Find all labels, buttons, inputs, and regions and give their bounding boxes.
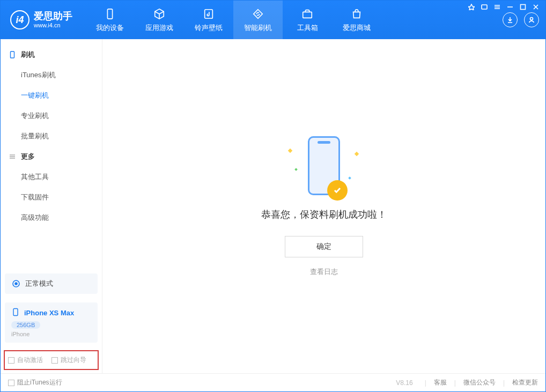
svg-rect-6 [11,51,14,58]
tab-my-device-label: 我的设备 [96,23,124,33]
window-system-buttons [468,3,540,11]
footer-links: V8.16 | 客服 | 微信公众号 | 检查更新 [396,378,538,387]
app-url: www.i4.cn [34,22,72,28]
tab-apps-games[interactable]: 应用游戏 [135,1,184,39]
minimize-icon[interactable] [506,3,514,11]
sidebar-item-batch-flash[interactable]: 批量刷机 [1,126,102,146]
tab-apps-games-label: 应用游戏 [145,23,173,33]
user-button[interactable] [524,12,539,27]
checkbox-skip-guide[interactable]: 跳过向导 [51,356,86,365]
logo-icon: i4 [10,10,29,29]
ok-button[interactable]: 确定 [285,236,363,257]
svg-point-8 [15,283,17,285]
feedback-icon[interactable] [468,3,475,11]
device-card[interactable]: iPhone XS Max 256GB iPhone [5,302,98,343]
mode-label: 正常模式 [25,279,53,289]
svg-point-5 [530,18,533,20]
sidebar-item-oneclick-flash[interactable]: 一键刷机 [1,85,102,106]
main-panel: 恭喜您，保资料刷机成功啦！ 确定 查看日志 [102,39,545,373]
svg-rect-9 [13,309,18,316]
sidebar-section-flash-label: 刷机 [21,50,35,60]
svg-rect-3 [205,10,213,19]
skin-icon[interactable] [481,3,488,11]
cube-icon [152,7,166,21]
svg-rect-2 [107,9,112,19]
svg-rect-0 [482,5,487,9]
app-logo: i4 爱思助手 www.i4.cn [10,10,72,29]
tab-my-device[interactable]: 我的设备 [85,1,135,39]
refresh-icon [251,7,265,21]
device-name: iPhone XS Max [24,309,74,317]
body: 刷机 iTunes刷机 一键刷机 专业刷机 批量刷机 更多 其他工具 下载固件 … [1,39,545,373]
footer: 阻止iTunes运行 V8.16 | 客服 | 微信公众号 | 检查更新 [1,373,545,391]
tab-toolbox[interactable]: 工具箱 [283,1,332,39]
version-label: V8.16 [396,379,412,387]
footer-link-wechat[interactable]: 微信公众号 [463,378,496,387]
success-check-icon [327,180,348,201]
checkbox-icon [8,357,14,364]
tab-store[interactable]: 爱思商城 [332,1,381,39]
checkbox-auto-activate[interactable]: 自动激活 [8,356,43,365]
view-log-link[interactable]: 查看日志 [310,267,338,277]
sidebar-section-more-label: 更多 [21,152,35,161]
success-message: 恭喜您，保资料刷机成功啦！ [261,208,387,221]
phone-icon [8,50,17,59]
sidebar-item-advanced[interactable]: 高级功能 [1,208,102,228]
sidebar-section-flash: 刷机 [1,45,102,65]
mode-card[interactable]: 正常模式 [5,273,98,294]
checkbox-block-itunes[interactable]: 阻止iTunes运行 [8,378,62,387]
checkbox-icon [8,380,14,386]
svg-rect-1 [521,5,526,10]
nav-tabs: 我的设备 应用游戏 铃声壁纸 智能刷机 工具箱 爱思商城 [85,1,381,39]
mode-icon [11,279,21,289]
bottom-options-highlight: 自动激活 跳过向导 [4,350,99,370]
sidebar-section-more: 更多 [1,146,102,167]
tab-ringtones-label: 铃声壁纸 [195,23,223,33]
app-title: 爱思助手 [34,11,72,22]
sidebar-item-other-tools[interactable]: 其他工具 [1,167,102,187]
device-capacity: 256GB [11,321,40,329]
svg-rect-4 [303,12,312,18]
toolbox-icon [300,7,314,21]
checkbox-auto-activate-label: 自动激活 [17,356,43,365]
download-button[interactable] [503,12,518,27]
tab-smart-flash[interactable]: 智能刷机 [233,1,283,39]
footer-link-update[interactable]: 检查更新 [512,378,538,387]
close-icon[interactable] [532,3,540,11]
device-icon [11,308,20,318]
checkbox-icon [51,357,58,364]
music-icon [202,7,216,21]
footer-link-support[interactable]: 客服 [434,378,447,387]
topbar: i4 爱思助手 www.i4.cn 我的设备 应用游戏 铃声壁纸 智能刷机 工具… [1,1,545,39]
sidebar-item-pro-flash[interactable]: 专业刷机 [1,106,102,126]
success-illustration [308,136,340,195]
checkbox-block-itunes-label: 阻止iTunes运行 [17,378,62,387]
tab-smart-flash-label: 智能刷机 [244,23,272,33]
device-product: iPhone [11,331,91,337]
tab-store-label: 爱思商城 [343,23,371,33]
sidebar-item-download-firmware[interactable]: 下载固件 [1,187,102,208]
tab-toolbox-label: 工具箱 [297,23,318,33]
checkbox-skip-guide-label: 跳过向导 [61,356,86,365]
maximize-icon[interactable] [519,3,527,11]
menu-icon[interactable] [493,3,501,11]
device-icon [103,7,117,21]
list-icon [8,152,17,161]
sidebar: 刷机 iTunes刷机 一键刷机 专业刷机 批量刷机 更多 其他工具 下载固件 … [1,39,102,373]
topbar-right [503,12,539,27]
tab-ringtones-wallpapers[interactable]: 铃声壁纸 [184,1,233,39]
sidebar-item-itunes-flash[interactable]: iTunes刷机 [1,65,102,85]
bag-icon [350,7,364,21]
